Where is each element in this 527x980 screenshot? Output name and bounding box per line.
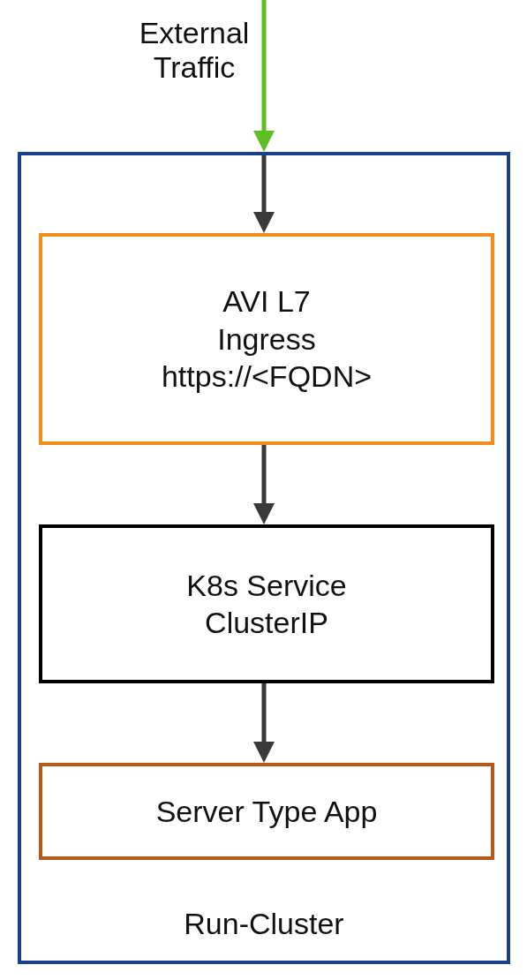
svc-line2: ClusterIP <box>205 604 328 642</box>
arrow-avi-to-svc <box>246 445 282 524</box>
external-traffic-line1: External <box>139 16 250 49</box>
avi-l7-ingress-node: AVI L7 Ingress https://<FQDN> <box>39 233 494 445</box>
avi-line3: https://<FQDN> <box>162 358 372 396</box>
cluster-label: Run-Cluster <box>21 907 507 941</box>
svg-marker-1 <box>253 131 275 152</box>
run-cluster-container: AVI L7 Ingress https://<FQDN> K8s Servic… <box>18 152 510 964</box>
diagram-canvas: External Traffic AVI L7 Ingress https://… <box>0 0 527 980</box>
arrow-external-to-cluster <box>246 0 282 152</box>
svg-marker-7 <box>253 742 275 763</box>
svg-marker-3 <box>253 212 275 233</box>
avi-line2: Ingress <box>217 320 316 358</box>
k8s-service-node: K8s Service ClusterIP <box>39 524 494 683</box>
external-traffic-line2: Traffic <box>154 50 236 84</box>
svg-marker-5 <box>253 503 275 524</box>
app-line1: Server Type App <box>156 793 378 831</box>
server-app-node: Server Type App <box>39 763 494 860</box>
arrow-cluster-to-avi <box>246 155 282 233</box>
cluster-label-text: Run-Cluster <box>184 907 343 940</box>
svc-line1: K8s Service <box>186 567 346 605</box>
arrow-svc-to-app <box>246 683 282 763</box>
avi-line1: AVI L7 <box>222 283 311 320</box>
